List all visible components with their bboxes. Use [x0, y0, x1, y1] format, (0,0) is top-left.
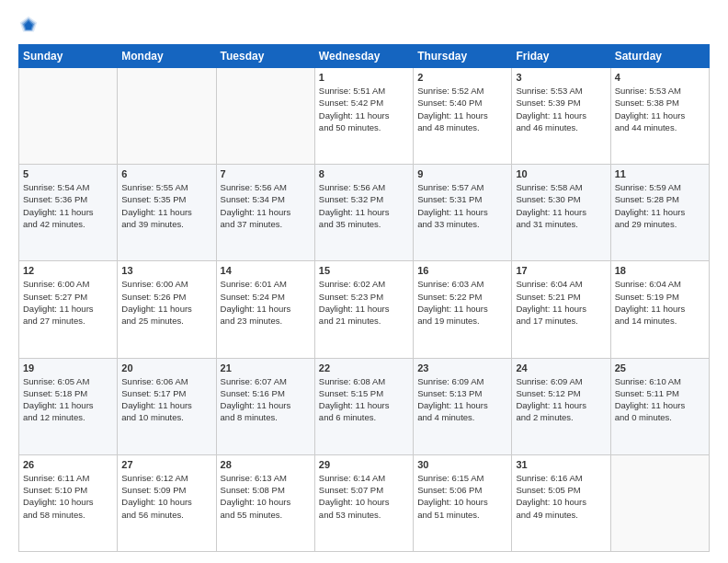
calendar-week-row: 19Sunrise: 6:05 AMSunset: 5:18 PMDayligh… [19, 358, 710, 454]
day-number: 8 [319, 168, 409, 179]
calendar-cell [19, 68, 118, 165]
day-info: Sunrise: 6:12 AMSunset: 5:09 PMDaylight:… [121, 472, 211, 521]
day-info: Sunrise: 6:13 AMSunset: 5:08 PMDaylight:… [221, 472, 311, 521]
col-thursday: Thursday [414, 45, 512, 68]
calendar-cell: 13Sunrise: 6:00 AMSunset: 5:26 PMDayligh… [118, 261, 216, 358]
day-info: Sunrise: 6:00 AMSunset: 5:27 PMDaylight:… [23, 278, 113, 327]
calendar-cell: 26Sunrise: 6:11 AMSunset: 5:10 PMDayligh… [19, 454, 118, 551]
day-number: 5 [23, 168, 113, 179]
day-info: Sunrise: 6:04 AMSunset: 5:19 PMDaylight:… [615, 278, 705, 327]
calendar-cell: 25Sunrise: 6:10 AMSunset: 5:11 PMDayligh… [610, 358, 709, 454]
day-info: Sunrise: 5:58 AMSunset: 5:30 PMDaylight:… [516, 181, 606, 230]
calendar-cell: 8Sunrise: 5:56 AMSunset: 5:32 PMDaylight… [314, 165, 413, 261]
day-number: 18 [615, 265, 705, 276]
calendar-table: Sunday Monday Tuesday Wednesday Thursday… [18, 44, 710, 552]
calendar-cell: 28Sunrise: 6:13 AMSunset: 5:08 PMDayligh… [216, 454, 314, 551]
calendar-cell: 16Sunrise: 6:03 AMSunset: 5:22 PMDayligh… [414, 261, 512, 358]
calendar-cell: 20Sunrise: 6:06 AMSunset: 5:17 PMDayligh… [118, 358, 216, 454]
calendar-cell: 19Sunrise: 6:05 AMSunset: 5:18 PMDayligh… [19, 358, 118, 454]
day-number: 4 [615, 72, 705, 83]
calendar-week-row: 5Sunrise: 5:54 AMSunset: 5:36 PMDaylight… [19, 165, 710, 261]
calendar-cell: 10Sunrise: 5:58 AMSunset: 5:30 PMDayligh… [512, 165, 610, 261]
calendar-cell: 31Sunrise: 6:16 AMSunset: 5:05 PMDayligh… [512, 454, 610, 551]
day-number: 29 [319, 459, 409, 470]
day-number: 22 [319, 362, 409, 373]
day-number: 3 [516, 72, 606, 83]
day-number: 30 [417, 459, 507, 470]
col-friday: Friday [512, 45, 610, 68]
day-number: 20 [121, 362, 211, 373]
day-number: 11 [615, 168, 705, 179]
day-info: Sunrise: 5:51 AMSunset: 5:42 PMDaylight:… [319, 85, 409, 133]
calendar-cell: 15Sunrise: 6:02 AMSunset: 5:23 PMDayligh… [314, 261, 413, 358]
day-info: Sunrise: 6:15 AMSunset: 5:06 PMDaylight:… [417, 472, 507, 521]
day-info: Sunrise: 5:57 AMSunset: 5:31 PMDaylight:… [417, 181, 507, 230]
day-info: Sunrise: 6:03 AMSunset: 5:22 PMDaylight:… [417, 278, 507, 327]
day-info: Sunrise: 5:59 AMSunset: 5:28 PMDaylight:… [615, 181, 705, 230]
day-number: 23 [417, 362, 507, 373]
calendar-cell: 4Sunrise: 5:53 AMSunset: 5:38 PMDaylight… [610, 68, 709, 165]
day-number: 31 [516, 459, 606, 470]
day-info: Sunrise: 6:00 AMSunset: 5:26 PMDaylight:… [121, 278, 211, 327]
col-monday: Monday [118, 45, 216, 68]
day-info: Sunrise: 6:05 AMSunset: 5:18 PMDaylight:… [23, 375, 113, 424]
day-number: 13 [121, 265, 211, 276]
col-wednesday: Wednesday [314, 45, 413, 68]
logo-icon [18, 15, 39, 35]
weekday-header-row: Sunday Monday Tuesday Wednesday Thursday… [19, 45, 710, 68]
day-info: Sunrise: 6:09 AMSunset: 5:13 PMDaylight:… [417, 375, 507, 424]
day-info: Sunrise: 6:16 AMSunset: 5:05 PMDaylight:… [516, 472, 606, 521]
calendar-cell: 29Sunrise: 6:14 AMSunset: 5:07 PMDayligh… [314, 454, 413, 551]
calendar-cell: 2Sunrise: 5:52 AMSunset: 5:40 PMDaylight… [414, 68, 512, 165]
calendar-cell: 7Sunrise: 5:56 AMSunset: 5:34 PMDaylight… [216, 165, 314, 261]
day-number: 27 [121, 459, 211, 470]
calendar-cell: 27Sunrise: 6:12 AMSunset: 5:09 PMDayligh… [118, 454, 216, 551]
day-number: 2 [417, 72, 507, 83]
day-info: Sunrise: 6:09 AMSunset: 5:12 PMDaylight:… [516, 375, 606, 424]
day-info: Sunrise: 6:04 AMSunset: 5:21 PMDaylight:… [516, 278, 606, 327]
calendar-cell: 6Sunrise: 5:55 AMSunset: 5:35 PMDaylight… [118, 165, 216, 261]
calendar-cell [118, 68, 216, 165]
calendar-cell: 22Sunrise: 6:08 AMSunset: 5:15 PMDayligh… [314, 358, 413, 454]
calendar-cell: 23Sunrise: 6:09 AMSunset: 5:13 PMDayligh… [414, 358, 512, 454]
logo [18, 15, 42, 35]
day-number: 26 [23, 459, 113, 470]
page-container: Sunday Monday Tuesday Wednesday Thursday… [0, 0, 728, 563]
calendar-cell: 3Sunrise: 5:53 AMSunset: 5:39 PMDaylight… [512, 68, 610, 165]
day-info: Sunrise: 5:56 AMSunset: 5:34 PMDaylight:… [221, 181, 311, 230]
page-header [18, 15, 710, 35]
calendar-cell: 21Sunrise: 6:07 AMSunset: 5:16 PMDayligh… [216, 358, 314, 454]
calendar-cell: 30Sunrise: 6:15 AMSunset: 5:06 PMDayligh… [414, 454, 512, 551]
day-number: 24 [516, 362, 606, 373]
day-number: 17 [516, 265, 606, 276]
calendar-cell [610, 454, 709, 551]
calendar-cell [216, 68, 314, 165]
calendar-week-row: 26Sunrise: 6:11 AMSunset: 5:10 PMDayligh… [19, 454, 710, 551]
day-info: Sunrise: 5:53 AMSunset: 5:39 PMDaylight:… [516, 85, 606, 133]
day-info: Sunrise: 6:08 AMSunset: 5:15 PMDaylight:… [319, 375, 409, 424]
day-number: 10 [516, 168, 606, 179]
calendar-cell: 17Sunrise: 6:04 AMSunset: 5:21 PMDayligh… [512, 261, 610, 358]
calendar-cell: 11Sunrise: 5:59 AMSunset: 5:28 PMDayligh… [610, 165, 709, 261]
day-info: Sunrise: 6:02 AMSunset: 5:23 PMDaylight:… [319, 278, 409, 327]
day-number: 25 [615, 362, 705, 373]
col-sunday: Sunday [19, 45, 118, 68]
day-number: 7 [221, 168, 311, 179]
calendar-week-row: 1Sunrise: 5:51 AMSunset: 5:42 PMDaylight… [19, 68, 710, 165]
day-number: 14 [221, 265, 311, 276]
calendar-cell: 24Sunrise: 6:09 AMSunset: 5:12 PMDayligh… [512, 358, 610, 454]
day-number: 28 [221, 459, 311, 470]
day-info: Sunrise: 6:07 AMSunset: 5:16 PMDaylight:… [221, 375, 311, 424]
day-info: Sunrise: 5:54 AMSunset: 5:36 PMDaylight:… [23, 181, 113, 230]
day-info: Sunrise: 5:56 AMSunset: 5:32 PMDaylight:… [319, 181, 409, 230]
day-info: Sunrise: 5:52 AMSunset: 5:40 PMDaylight:… [417, 85, 507, 133]
day-number: 19 [23, 362, 113, 373]
day-info: Sunrise: 5:53 AMSunset: 5:38 PMDaylight:… [615, 85, 705, 133]
day-info: Sunrise: 6:01 AMSunset: 5:24 PMDaylight:… [221, 278, 311, 327]
day-info: Sunrise: 6:10 AMSunset: 5:11 PMDaylight:… [615, 375, 705, 424]
calendar-body: 1Sunrise: 5:51 AMSunset: 5:42 PMDaylight… [19, 68, 710, 552]
calendar-cell: 9Sunrise: 5:57 AMSunset: 5:31 PMDaylight… [414, 165, 512, 261]
day-number: 15 [319, 265, 409, 276]
calendar-cell: 1Sunrise: 5:51 AMSunset: 5:42 PMDaylight… [314, 68, 413, 165]
col-tuesday: Tuesday [216, 45, 314, 68]
